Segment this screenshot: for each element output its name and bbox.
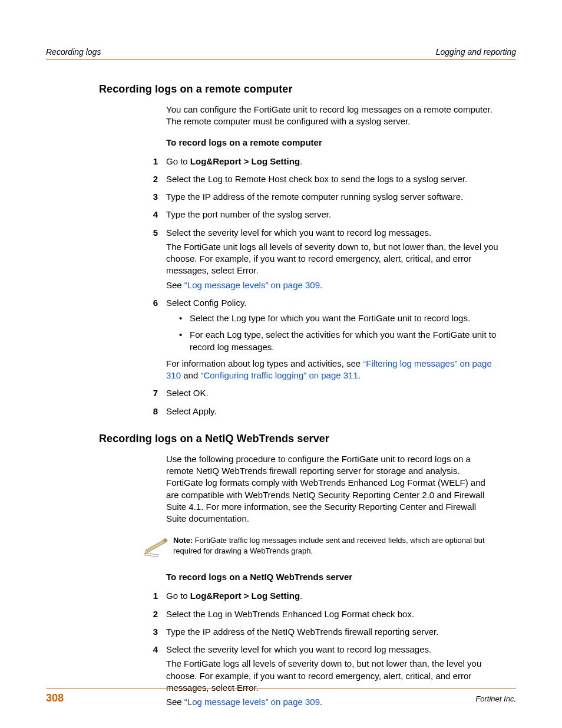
- procedure-title-1: To record logs on a remote computer: [166, 137, 498, 147]
- step-3-text: Type the IP address of the remote comput…: [166, 191, 498, 203]
- step-5: 5 Select the severity level for which yo…: [146, 227, 498, 291]
- step-1: 1 Go to Log&Report > Log Setting.: [146, 156, 498, 167]
- step-8-text: Select Apply.: [166, 406, 498, 417]
- step-1: 1 Go to Log&Report > Log Setting.: [146, 590, 498, 602]
- page-number: 308: [46, 692, 64, 704]
- step-6-sublist: Select the Log type for which you want t…: [179, 312, 498, 353]
- running-header: Recording logs Logging and reporting: [46, 47, 516, 57]
- step-6-info-mid: and: [181, 370, 200, 380]
- step-6-line1: Select Config Policy.: [166, 298, 246, 308]
- step-number: 4: [143, 644, 158, 655]
- step-1-post: .: [300, 591, 302, 601]
- section-heading-remote-computer: Recording logs on a remote computer: [99, 83, 516, 95]
- step-7-text: Select OK.: [166, 387, 498, 399]
- step-5-line1: Select the severity level for which you …: [166, 228, 431, 238]
- step-7: 7 Select OK.: [146, 387, 498, 399]
- step-1-post: .: [300, 156, 302, 166]
- header-rule: [46, 59, 516, 60]
- nav-path: Log&Report > Log Setting: [190, 156, 300, 166]
- header-right: Logging and reporting: [436, 47, 516, 57]
- note-text: Note: FortiGate traffic log messages inc…: [173, 535, 498, 556]
- step-2-text: Select the Log to Remote Host check box …: [166, 173, 498, 185]
- step-6-sub2: For each Log type, select the activities…: [179, 329, 498, 353]
- procedure-steps-1: 1 Go to Log&Report > Log Setting. 2 Sele…: [166, 156, 498, 417]
- step-5-see-pre: See: [166, 280, 184, 290]
- step-4: 4 Type the port number of the syslog ser…: [146, 209, 498, 220]
- step-6-info-pre: For information about log types and acti…: [166, 358, 363, 368]
- page: Recording logs Logging and reporting Rec…: [0, 0, 562, 728]
- step-number: 1: [143, 156, 158, 167]
- step-5-see-post: .: [320, 280, 322, 290]
- step-number: 4: [143, 209, 158, 220]
- step-2: 2 Select the Log to Remote Host check bo…: [146, 173, 498, 185]
- section1-body: You can configure the FortiGate unit to …: [166, 104, 498, 417]
- step-number: 3: [143, 626, 158, 638]
- step-4-text: Type the port number of the syslog serve…: [166, 209, 498, 220]
- step-1-pre: Go to: [166, 156, 190, 166]
- page-footer: 308 Fortinet Inc.: [46, 688, 516, 704]
- step-3: 3 Type the IP address of the remote comp…: [146, 191, 498, 203]
- step-2-text: Select the Log in WebTrends Enhanced Log…: [166, 608, 498, 620]
- step-3-text: Type the IP address of the NetIQ WebTren…: [166, 626, 498, 638]
- note-body: FortiGate traffic log messages include s…: [173, 536, 485, 555]
- note-label: Note:: [173, 536, 195, 545]
- step-number: 8: [143, 406, 158, 417]
- step-number: 2: [143, 173, 158, 185]
- step-3: 3 Type the IP address of the NetIQ WebTr…: [146, 626, 498, 638]
- step-number: 2: [143, 608, 158, 620]
- link-log-message-levels[interactable]: “Log message levels” on page 309: [184, 280, 320, 290]
- section1-intro: You can configure the FortiGate unit to …: [166, 104, 498, 128]
- nav-path: Log&Report > Log Setting: [190, 591, 300, 601]
- step-number: 3: [143, 191, 158, 203]
- step-4-line1: Select the severity level for which you …: [166, 644, 431, 654]
- step-5-line2: The FortiGate unit logs all levels of se…: [166, 241, 498, 277]
- step-number: 6: [143, 297, 158, 309]
- step-8: 8 Select Apply.: [146, 406, 498, 417]
- footer-rule: [46, 688, 516, 689]
- step-6-info-post: .: [358, 370, 361, 380]
- procedure-title-2: To record logs on a NetIQ WebTrends serv…: [166, 572, 498, 582]
- step-number: 7: [143, 387, 158, 399]
- step-number: 1: [143, 590, 158, 602]
- step-number: 5: [143, 227, 158, 239]
- footer-company: Fortinet Inc.: [475, 694, 516, 703]
- section-heading-webtrends: Recording logs on a NetIQ WebTrends serv…: [99, 433, 516, 445]
- step-6-sub1: Select the Log type for which you want t…: [179, 312, 498, 324]
- section2-body: Use the following procedure to configure…: [166, 453, 498, 525]
- step-1-pre: Go to: [166, 591, 190, 601]
- step-2: 2 Select the Log in WebTrends Enhanced L…: [146, 608, 498, 620]
- link-configuring-traffic-logging[interactable]: “Configuring traffic logging” on page 31…: [200, 370, 358, 380]
- step-6: 6 Select Config Policy. Select the Log t…: [146, 297, 498, 382]
- header-left: Recording logs: [46, 47, 101, 57]
- note-block: Note: FortiGate traffic log messages inc…: [143, 535, 498, 558]
- note-icon: [143, 532, 168, 558]
- section2-intro: Use the following procedure to configure…: [166, 453, 498, 525]
